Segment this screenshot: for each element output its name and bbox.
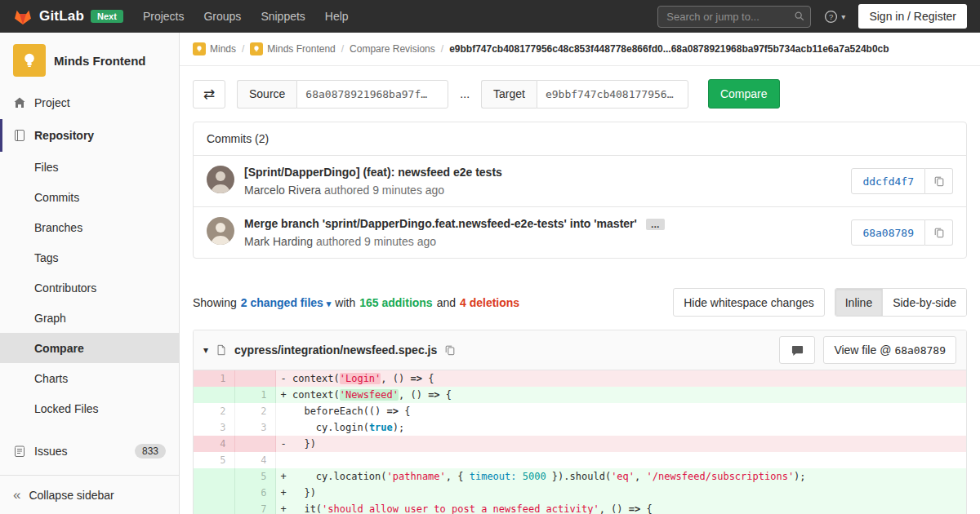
code-line: + it('should allow user to post a newsfe… [275,501,966,514]
diff-row: 5+ cy.location('pathname', { timeout: 50… [194,468,966,485]
help-dropdown[interactable]: ? ▾ [824,10,845,24]
new-line-number[interactable]: 6 [234,485,275,501]
sidebar-item-graph[interactable]: Graph [0,303,179,333]
project-header-link[interactable]: Minds Frontend [0,33,179,86]
old-line-number[interactable]: 3 [194,419,234,436]
gitlab-tanuki-icon [13,7,33,26]
new-line-number[interactable]: 1 [234,387,275,403]
sidebar-item-compare[interactable]: Compare [0,333,179,363]
old-line-number[interactable] [194,387,234,403]
changed-files-label: 2 changed files [241,296,323,309]
hide-whitespace-button[interactable]: Hide whitespace changes [673,288,825,317]
sidebar-item-commits[interactable]: Commits [0,182,179,212]
range-dots: ... [460,87,470,100]
code-line: beforeEach(() => { [275,403,966,419]
old-line-number[interactable] [194,485,234,501]
project-mini-avatar [250,42,263,55]
toggle-comments-button[interactable] [779,336,815,364]
search-icon[interactable] [794,11,805,22]
commit-sha-button[interactable]: 68a08789 [851,219,925,246]
diff-file-header: ▾ cypress/integration/newsfeed.spec.js [194,330,966,370]
breadcrumb-group-link[interactable]: Minds [193,42,236,55]
new-line-number[interactable] [234,370,275,387]
changed-files-dropdown[interactable]: 2 changed files ▾ [241,296,332,309]
collapse-sidebar-button[interactable]: « Collapse sidebar [0,475,179,514]
commit-author-link[interactable]: Marcelo Rivera [244,184,321,197]
sidebar-item-issues[interactable]: Issues 833 [0,435,179,467]
old-line-number[interactable]: 2 [194,403,234,419]
commit-title-link[interactable]: Merge branch 'sprint/DapperDingo.feat.ne… [244,217,637,230]
old-line-number[interactable] [194,501,234,514]
breadcrumb: Minds / Minds Frontend / Compare Revisio… [180,33,980,66]
sidebar-item-branches[interactable]: Branches [0,212,179,242]
sidebar-item-locked-files[interactable]: Locked Files [0,393,179,423]
old-line-number[interactable]: 1 [194,370,234,387]
breadcrumb-project-link[interactable]: Minds Frontend [250,42,335,55]
issues-icon [13,445,26,458]
diff-table: 1- context('Login', () => {1+ context('N… [194,370,966,514]
home-icon [13,96,26,109]
code-token: => [428,389,439,401]
new-line-number[interactable]: 7 [234,501,275,514]
additions-count: 165 additions [359,296,432,309]
changed-word: 'Login' [340,373,381,384]
sign-in-button[interactable]: Sign in / Register [858,4,967,29]
side-by-side-view-button[interactable]: Side-by-side [882,289,966,316]
sidebar-item-project[interactable]: Project [0,86,179,119]
inline-view-button[interactable]: Inline [835,289,882,316]
new-line-number[interactable] [234,436,275,452]
file-path-link[interactable]: cypress/integration/newsfeed.spec.js [234,343,437,357]
new-line-number[interactable]: 5 [234,468,275,485]
top-navbar: GitLab Next Projects Groups Snippets Hel… [0,0,980,33]
copy-file-path-button[interactable] [444,344,456,356]
diff-sign: + [281,487,292,498]
code-line [275,452,966,468]
nav-groups[interactable]: Groups [203,10,241,23]
target-ref-dropdown[interactable]: e9bbf747cb408177956… [537,80,688,109]
code-token: => [410,373,421,384]
target-label: Target [481,80,537,109]
sidebar-item-contributors[interactable]: Contributors [0,273,179,303]
nav-projects[interactable]: Projects [143,10,185,23]
global-search [657,6,811,28]
old-line-number[interactable]: 5 [194,452,234,468]
avatar[interactable] [207,166,234,193]
diff-row: 4- }) [194,436,966,452]
swap-revisions-button[interactable]: ⇄ [193,80,225,109]
commit-author-link[interactable]: Mark Harding [244,235,313,248]
collapse-diff-caret[interactable]: ▾ [203,344,208,356]
changed-word: 'Newsfeed' [340,389,399,401]
diff-row: 1- context('Login', () => { [194,370,966,387]
commit-message-expander[interactable]: … [646,219,665,230]
commit-title-link[interactable]: [Sprint/DapperDingo] (feat): newsfeed e2… [244,166,502,179]
view-file-button[interactable]: View file @ 68a08789 [823,336,956,364]
diff-sign: - [281,438,292,450]
nav-help[interactable]: Help [325,10,349,23]
sidebar-item-charts[interactable]: Charts [0,363,179,393]
sidebar-item-files[interactable]: Files [0,152,179,182]
avatar[interactable] [207,217,234,245]
diff-sign: + [281,389,292,401]
source-ref-dropdown[interactable]: 68a0878921968ba97f… [296,80,448,109]
gitlab-home-link[interactable]: GitLab Next [13,7,123,26]
sidebar-item-repository[interactable]: Repository [0,119,179,152]
new-line-number[interactable]: 3 [234,419,275,436]
nav-snippets[interactable]: Snippets [261,10,305,23]
old-line-number[interactable]: 4 [194,436,234,452]
compare-button[interactable]: Compare [708,79,780,109]
file-icon [216,344,227,356]
breadcrumb-compare-link[interactable]: Compare Revisions [350,43,435,55]
code-token: cy.login( [292,422,369,433]
chevron-down-icon: ▾ [841,12,845,21]
commit-sha-button[interactable]: ddcfd4f7 [851,168,925,194]
search-input[interactable] [657,6,811,28]
new-line-number[interactable]: 4 [234,452,275,468]
new-line-number[interactable]: 2 [234,403,275,419]
code-token: }) [292,487,316,498]
copy-commit-sha-button[interactable] [925,168,953,194]
diff-sign [281,405,292,417]
deletions-count: 4 deletions [460,296,519,309]
old-line-number[interactable] [194,468,234,485]
sidebar-item-tags[interactable]: Tags [0,242,179,273]
copy-commit-sha-button[interactable] [925,219,953,246]
